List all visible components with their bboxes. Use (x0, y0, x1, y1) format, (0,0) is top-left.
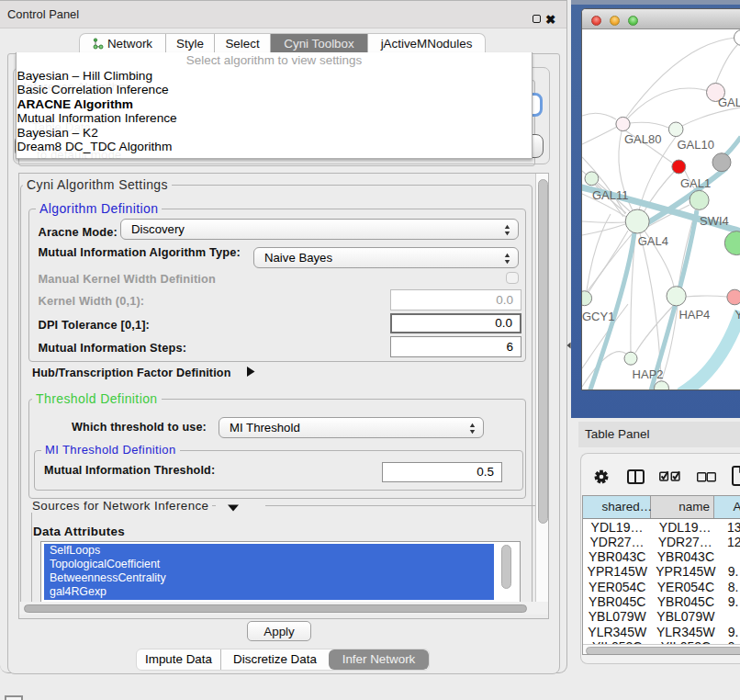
svg-text:HAP2: HAP2 (633, 367, 664, 381)
svg-text:YB: YB (735, 308, 740, 322)
svg-text:GAL80: GAL80 (624, 132, 661, 146)
svg-text:GCY1: GCY1 (582, 310, 614, 323)
svg-text:GAL2: GAL2 (718, 96, 740, 109)
svg-text:GAL4: GAL4 (638, 234, 668, 248)
svg-text:GAL1: GAL1 (680, 176, 711, 190)
svg-text:GAL10: GAL10 (678, 138, 714, 152)
svg-text:SWI4: SWI4 (700, 214, 729, 228)
svg-text:GAL11: GAL11 (592, 188, 629, 202)
svg-text:HAP4: HAP4 (678, 308, 710, 322)
